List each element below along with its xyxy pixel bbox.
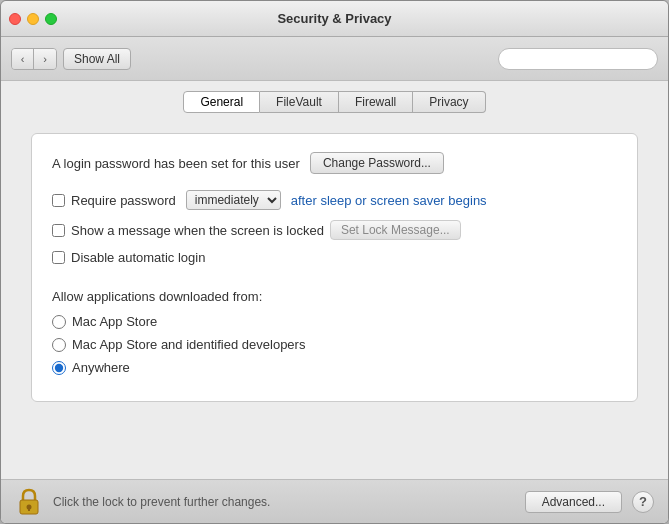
disable-autologin-checkbox[interactable] [52, 251, 65, 264]
radio-anywhere-row: Anywhere [52, 360, 617, 375]
tab-firewall[interactable]: Firewall [339, 91, 413, 113]
set-lock-message-button[interactable]: Set Lock Message... [330, 220, 461, 240]
require-password-row: Require password immediately 5 seconds 1… [52, 190, 617, 210]
radio-mac-app-store-identified-row: Mac App Store and identified developers [52, 337, 617, 352]
minimize-button[interactable] [27, 13, 39, 25]
nav-group: ‹ › [11, 48, 57, 70]
password-row: A login password has been set for this u… [52, 152, 617, 174]
radio-mac-app-store-identified[interactable] [52, 338, 66, 352]
toolbar: ‹ › Show All 🔍 [1, 37, 668, 81]
tab-privacy[interactable]: Privacy [413, 91, 485, 113]
general-section: A login password has been set for this u… [31, 133, 638, 402]
forward-button[interactable]: › [34, 49, 56, 69]
allow-apps-title: Allow applications downloaded from: [52, 289, 617, 304]
advanced-button[interactable]: Advanced... [525, 491, 622, 513]
require-password-select[interactable]: immediately 5 seconds 1 minute 5 minutes… [186, 190, 281, 210]
maximize-button[interactable] [45, 13, 57, 25]
radio-mac-app-store-identified-label: Mac App Store and identified developers [72, 337, 305, 352]
show-message-checkbox[interactable] [52, 224, 65, 237]
radio-anywhere[interactable] [52, 361, 66, 375]
allow-apps-section: Allow applications downloaded from: Mac … [52, 275, 617, 375]
lock-icon[interactable] [15, 486, 43, 518]
change-password-button[interactable]: Change Password... [310, 152, 444, 174]
tab-filevault[interactable]: FileVault [260, 91, 339, 113]
radio-mac-app-store-label: Mac App Store [72, 314, 157, 329]
require-password-checkbox[interactable] [52, 194, 65, 207]
radio-anywhere-label: Anywhere [72, 360, 130, 375]
tab-bar: General FileVault Firewall Privacy [1, 81, 668, 113]
search-input[interactable] [498, 48, 658, 70]
disable-autologin-row: Disable automatic login [52, 250, 617, 265]
back-button[interactable]: ‹ [12, 49, 34, 69]
help-button[interactable]: ? [632, 491, 654, 513]
radio-mac-app-store[interactable] [52, 315, 66, 329]
content-area: A login password has been set for this u… [1, 113, 668, 479]
search-container: 🔍 [498, 48, 658, 70]
footer-lock-text: Click the lock to prevent further change… [53, 495, 515, 509]
window-title: Security & Privacy [277, 11, 391, 26]
traffic-lights [9, 13, 57, 25]
lock-svg [18, 488, 40, 516]
radio-mac-app-store-row: Mac App Store [52, 314, 617, 329]
require-password-label: Require password [71, 193, 176, 208]
window: Security & Privacy ‹ › Show All 🔍 Genera… [0, 0, 669, 524]
show-all-button[interactable]: Show All [63, 48, 131, 70]
require-password-suffix: after sleep or screen saver begins [291, 193, 487, 208]
show-message-row: Show a message when the screen is locked… [52, 220, 617, 240]
footer: Click the lock to prevent further change… [1, 479, 668, 523]
password-text: A login password has been set for this u… [52, 156, 300, 171]
svg-rect-2 [28, 508, 30, 511]
tab-general[interactable]: General [183, 91, 260, 113]
close-button[interactable] [9, 13, 21, 25]
titlebar: Security & Privacy [1, 1, 668, 37]
disable-autologin-label: Disable automatic login [71, 250, 205, 265]
show-message-label: Show a message when the screen is locked [71, 223, 324, 238]
